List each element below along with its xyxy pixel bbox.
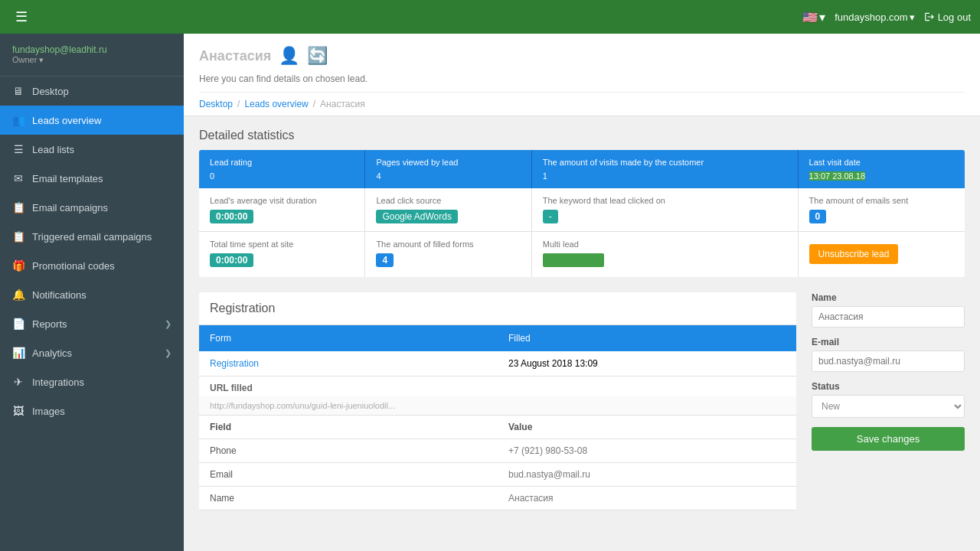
sidebar-item-label: Email campaigns: [32, 202, 108, 214]
registration-row: Registration 23 August 2018 13:09: [199, 351, 796, 377]
field-row-phone: Phone +7 (921) 980-53-08: [199, 439, 796, 463]
filled-forms-cell: The amount of filled forms 4: [365, 232, 531, 277]
avg-visit-duration-cell: Lead's average visit duration 0:00:00: [199, 188, 365, 231]
sidebar-item-leads-overview[interactable]: 👥 Leads overview: [0, 106, 184, 135]
campaigns-icon: 📋: [12, 201, 24, 214]
analytics-icon: 📊: [12, 347, 24, 359]
total-time-label: Total time spent at site: [210, 240, 354, 249]
phone-field-label: Phone: [199, 439, 498, 462]
phone-field-value: +7 (921) 980-53-08: [498, 439, 796, 462]
stats-header-label: The amount of visits made by the custome…: [543, 158, 787, 167]
emails-sent-cell: The amount of emails sent 0: [799, 188, 965, 231]
registration-panel: Registration Form Filled Registration 23…: [199, 292, 796, 510]
sidebar-item-label: Images: [32, 406, 65, 417]
form-name-link[interactable]: Registration: [210, 358, 259, 369]
topbar: ☰ 🇺🇸 ▾ fundayshop.com ▾ Log out: [0, 0, 980, 34]
sidebar-item-promotional-codes[interactable]: 🎁 Promotional codes: [0, 251, 184, 280]
status-select[interactable]: New Contacted Qualified Lost: [812, 395, 965, 418]
multi-lead-label: Multi lead: [543, 240, 787, 249]
sidebar-item-label: Desktop: [32, 86, 69, 97]
breadcrumb-desktop[interactable]: Desktop: [199, 99, 233, 109]
sidebar-item-notifications[interactable]: 🔔 Notifications: [0, 280, 184, 309]
detailed-stats-grid: Lead rating 0 Pages viewed by lead 4 The…: [199, 150, 965, 277]
sidebar-item-desktop[interactable]: 🖥 Desktop: [0, 77, 184, 106]
avg-visit-label: Lead's average visit duration: [210, 196, 354, 205]
bottom-area: Registration Form Filled Registration 23…: [199, 292, 965, 510]
main-body: Detailed statistics Lead rating 0 Pages …: [184, 116, 980, 523]
sidebar-item-analytics[interactable]: 📊 Analytics ❯: [0, 338, 184, 367]
name-input[interactable]: [812, 306, 965, 328]
menu-toggle-button[interactable]: ☰: [9, 5, 34, 28]
sidebar-item-label: Triggered email campaigns: [32, 231, 152, 243]
unsubscribe-button[interactable]: Unsubscribe lead: [809, 244, 899, 264]
click-source-label: Lead click source: [376, 196, 520, 205]
filled-forms-value: 4: [376, 253, 394, 267]
url-label: URL filled: [199, 377, 796, 396]
filled-date-cell: 23 August 2018 13:09: [498, 351, 796, 376]
sidebar-item-triggered-email[interactable]: 📋 Triggered email campaigns: [0, 222, 184, 251]
save-changes-button[interactable]: Save changes: [812, 427, 965, 451]
registration-table-header: Form Filled: [199, 325, 796, 351]
sidebar-item-images[interactable]: 🖼 Images: [0, 396, 184, 425]
sidebar-item-integrations[interactable]: ✈ Integrations: [0, 367, 184, 396]
url-value: http://fundayshop.com/unu/guid-leni-juen…: [199, 396, 796, 416]
triggered-icon: 📋: [12, 230, 24, 243]
layout: fundayshop@leadhit.ru Owner ▾ 🖥 Desktop …: [0, 34, 980, 551]
logout-button[interactable]: Log out: [924, 11, 971, 23]
stats-data-row-2: Total time spent at site 0:00:00 The amo…: [199, 232, 965, 277]
refresh-icon[interactable]: 🔄: [307, 46, 328, 66]
page-header: Анастасия 👤 🔄 Here you can find details …: [184, 34, 980, 116]
analytics-chevron-icon: ❯: [165, 348, 172, 358]
field-table-header: Field Value: [199, 416, 796, 439]
sidebar-item-reports[interactable]: 📄 Reports ❯: [0, 309, 184, 338]
field-row-email: Email bud.nastya@mail.ru: [199, 463, 796, 487]
topbar-right: 🇺🇸 ▾ fundayshop.com ▾ Log out: [802, 10, 971, 24]
domain-selector[interactable]: fundayshop.com ▾: [835, 11, 914, 23]
page-subtitle: Here you can find details on chosen lead…: [199, 73, 965, 92]
sidebar-item-label: Integrations: [32, 377, 84, 388]
stats-header-lead-rating: Lead rating 0: [199, 150, 365, 188]
logout-icon: [924, 11, 935, 22]
domain-label: fundayshop.com: [835, 11, 907, 23]
sidebar-item-label: Lead lists: [32, 144, 74, 155]
stats-data-row-1: Lead's average visit duration 0:00:00 Le…: [199, 188, 965, 232]
breadcrumb-sep2: /: [313, 99, 315, 109]
detailed-stats-title: Detailed statistics: [199, 129, 965, 142]
click-source-cell: Lead click source Google AdWords: [365, 188, 531, 231]
main-content: Анастасия 👤 🔄 Here you can find details …: [184, 34, 980, 551]
visits-badge: 1: [543, 171, 547, 181]
email-templates-icon: ✉: [12, 172, 24, 184]
stats-header-row: Lead rating 0 Pages viewed by lead 4 The…: [199, 150, 965, 188]
registration-title: Registration: [199, 292, 796, 325]
email-input[interactable]: [812, 350, 965, 372]
stats-header-last-visit: Last visit date 13:07 23.08.18: [799, 150, 965, 188]
sidebar-item-email-templates[interactable]: ✉ Email templates: [0, 164, 184, 193]
sidebar-item-email-campaigns[interactable]: 📋 Email campaigns: [0, 193, 184, 222]
sidebar-item-label: Reports: [32, 318, 67, 330]
name-field-label: Name: [199, 487, 498, 510]
stats-header-visits: The amount of visits made by the custome…: [532, 150, 799, 188]
lead-rating-badge: 0: [210, 171, 214, 181]
leads-icon: 👥: [12, 114, 24, 126]
status-label: Status: [812, 381, 965, 392]
sidebar-item-label: Promotional codes: [32, 260, 115, 272]
reports-chevron-icon: ❯: [165, 319, 172, 329]
sidebar-user: fundayshop@leadhit.ru Owner ▾: [0, 34, 184, 77]
images-icon: 🖼: [12, 405, 24, 417]
multi-lead-cell: Multi lead: [532, 232, 799, 277]
breadcrumb-sep1: /: [237, 99, 240, 109]
sidebar-item-lead-lists[interactable]: ☰ Lead lists: [0, 135, 184, 164]
person-icon: 👤: [279, 46, 299, 66]
promo-icon: 🎁: [12, 259, 24, 272]
field-row-name: Name Анастасия: [199, 487, 796, 510]
multi-lead-bar: [543, 253, 604, 267]
flag-chevron-icon: ▾: [819, 10, 825, 24]
sidebar-item-label: Leads overview: [32, 115, 101, 126]
user-role[interactable]: Owner ▾: [12, 55, 172, 65]
emails-sent-value: 0: [809, 210, 827, 223]
name-form-group: Name: [812, 292, 965, 328]
language-selector[interactable]: 🇺🇸 ▾: [802, 10, 825, 24]
breadcrumb-leads-overview[interactable]: Leads overview: [244, 99, 308, 109]
keyword-label: The keyword that lead clicked on: [543, 196, 787, 205]
logout-label: Log out: [938, 11, 971, 23]
